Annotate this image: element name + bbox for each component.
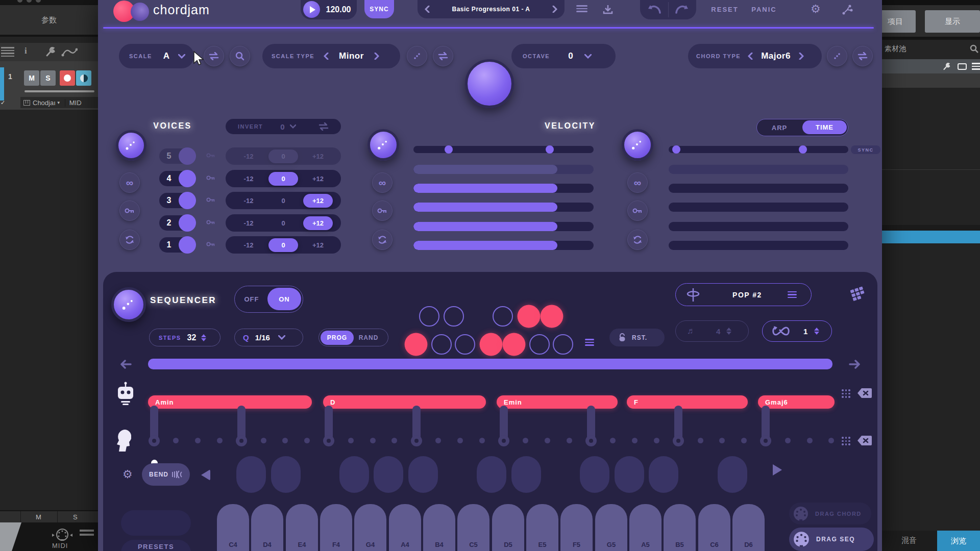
time-bar[interactable] <box>669 184 848 193</box>
scale-selector[interactable]: SCALE A <box>119 44 194 68</box>
white-key[interactable]: B4 <box>423 504 455 551</box>
black-key-pad[interactable] <box>477 456 506 493</box>
console-solo-label[interactable]: S <box>73 513 78 521</box>
console-menu-icon[interactable] <box>80 530 94 536</box>
list-icon[interactable] <box>1 47 14 57</box>
chord-step-dot[interactable] <box>698 438 703 443</box>
white-key[interactable]: D6 <box>732 504 765 551</box>
black-key-pad[interactable] <box>339 456 369 493</box>
black-key-pad[interactable] <box>718 456 747 493</box>
white-key[interactable]: C6 <box>698 504 730 551</box>
seq-step[interactable] <box>541 305 564 328</box>
chord-step-dot[interactable] <box>261 438 266 443</box>
preset-slot[interactable] <box>121 510 191 536</box>
undo-icon[interactable] <box>647 5 662 15</box>
velocity-bar[interactable] <box>413 184 594 193</box>
chord-step-dot[interactable] <box>217 438 223 443</box>
black-key-pad[interactable] <box>271 456 301 493</box>
bpm-value[interactable]: 120.00 <box>323 5 354 14</box>
black-key-pad[interactable] <box>408 456 438 493</box>
progression-scrollbar[interactable] <box>148 359 832 369</box>
voice-toggle[interactable]: 5 <box>159 148 195 164</box>
scroll-left-icon[interactable] <box>120 360 132 369</box>
scale-swap-button[interactable] <box>204 46 224 66</box>
velocity-bar[interactable] <box>413 165 594 174</box>
voice-toggle[interactable]: 4 <box>159 171 195 186</box>
chord-block[interactable]: Gmaj6 <box>758 395 835 409</box>
scale-search-button[interactable] <box>230 46 250 66</box>
track-fader[interactable] <box>24 90 94 92</box>
chord-step-dot[interactable] <box>348 438 354 443</box>
key-lock-icon[interactable] <box>206 218 215 227</box>
key-lock-icon[interactable] <box>206 240 215 249</box>
white-key[interactable]: F5 <box>560 504 593 551</box>
solo-button[interactable]: S <box>40 70 56 86</box>
voice-toggle[interactable]: 1 <box>159 237 195 253</box>
black-key-pad[interactable] <box>580 456 609 493</box>
chord-step-dot[interactable] <box>545 438 550 443</box>
steps-menu-icon[interactable] <box>585 339 594 346</box>
voice-toggle[interactable]: 3 <box>159 193 195 208</box>
fader-cap[interactable] <box>0 522 21 551</box>
white-key[interactable]: B5 <box>664 504 696 551</box>
steps-row-clear-icon[interactable] <box>857 435 872 446</box>
seq-on-tab[interactable]: ON <box>267 288 301 310</box>
chord-step-dot[interactable] <box>654 438 659 443</box>
time-infinity-button[interactable]: ∞ <box>627 172 648 193</box>
chord-step-ring[interactable] <box>585 435 597 446</box>
steps-stepper[interactable] <box>201 334 206 341</box>
pattern-menu-icon[interactable] <box>788 291 797 298</box>
loop-control[interactable]: 1 <box>762 320 832 342</box>
white-key[interactable]: C4 <box>217 504 249 551</box>
chord-step-dot[interactable] <box>435 438 441 443</box>
seq-step[interactable] <box>444 306 464 327</box>
browse-tab[interactable]: 浏览 <box>937 531 980 551</box>
chord-step-dot[interactable] <box>457 438 463 443</box>
chord-step-ring[interactable] <box>411 435 422 446</box>
presets-button[interactable]: PRESETS <box>121 540 191 551</box>
time-random-knob[interactable] <box>622 129 653 161</box>
save-download-icon[interactable] <box>602 4 614 15</box>
chord-block[interactable]: Amin <box>148 395 312 409</box>
chord-step-dot[interactable] <box>807 438 813 443</box>
white-key[interactable]: E4 <box>286 504 318 551</box>
white-key[interactable]: D5 <box>492 504 524 551</box>
chord-block[interactable]: D <box>323 395 486 409</box>
velocity-bar[interactable] <box>413 222 594 231</box>
rate-control[interactable]: ♬ 4 <box>675 320 749 342</box>
velocity-cycle-button[interactable] <box>372 230 393 250</box>
view-list-icon[interactable] <box>972 63 980 70</box>
white-key[interactable]: C5 <box>457 504 489 551</box>
chord-step-dot[interactable] <box>785 438 791 443</box>
grid-view-icon[interactable] <box>847 283 868 304</box>
console-mute-label[interactable]: M <box>36 513 41 521</box>
chord-block[interactable]: F <box>627 395 748 409</box>
time-bar[interactable] <box>669 241 848 250</box>
automation-curve-icon[interactable] <box>61 47 78 59</box>
velocity-key-button[interactable] <box>372 201 393 221</box>
white-key[interactable]: A5 <box>629 504 662 551</box>
black-key-pad[interactable] <box>236 456 266 493</box>
white-key[interactable]: F4 <box>320 504 352 551</box>
seq-step[interactable] <box>493 306 513 327</box>
pattern-selector[interactable]: POP #2 <box>675 283 812 306</box>
time-bar[interactable] <box>669 203 848 212</box>
seq-step[interactable] <box>553 334 573 355</box>
seq-off-tab[interactable]: OFF <box>235 295 268 303</box>
record-button[interactable] <box>60 70 75 86</box>
time-sync-badge[interactable]: SYNC <box>851 145 880 154</box>
chord-row-drag-handle[interactable] <box>842 389 850 398</box>
chord-step-dot[interactable] <box>567 438 572 443</box>
bend-settings-gear-icon[interactable]: ⚙ <box>122 468 133 481</box>
time-bar[interactable] <box>669 222 848 231</box>
voice-transpose[interactable]: -120+12 <box>226 236 341 254</box>
voice-transpose[interactable]: -120+12 <box>226 170 341 187</box>
sync-button[interactable]: SYNC <box>364 0 394 18</box>
voice-transpose[interactable]: -120+12 <box>226 214 341 232</box>
key-lock-icon[interactable] <box>206 195 215 205</box>
white-key[interactable]: G4 <box>354 504 386 551</box>
bend-next-icon[interactable] <box>773 464 782 475</box>
black-key-pad[interactable] <box>511 456 541 493</box>
sequencer-random-knob[interactable] <box>111 287 146 322</box>
voice-toggle[interactable]: 2 <box>159 215 195 231</box>
